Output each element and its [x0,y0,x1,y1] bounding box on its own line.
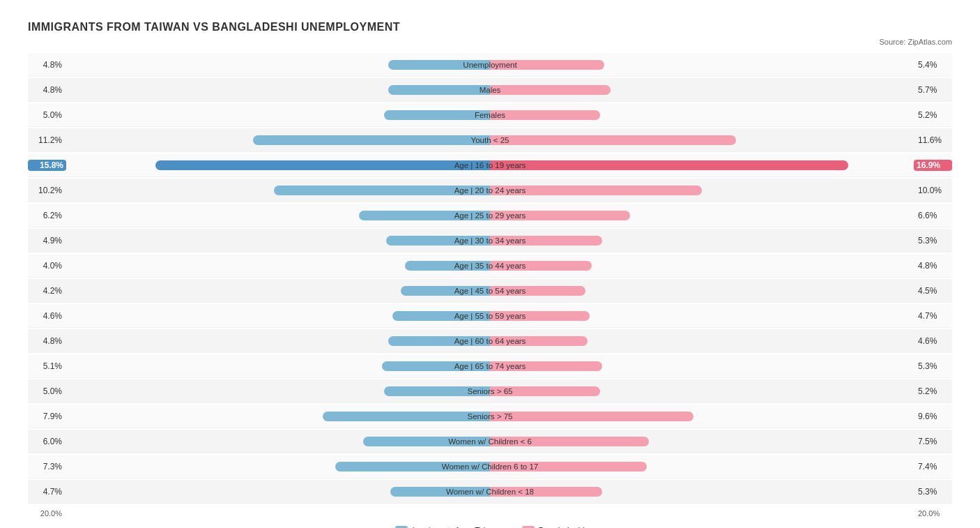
left-half [66,286,490,296]
right-bar [490,412,694,421]
bar-row-left [66,487,914,497]
left-value: 4.6% [28,311,66,321]
chart-title: IMMIGRANTS FROM TAIWAN VS BANGLADESHI UN… [28,21,952,33]
right-half [490,336,914,346]
left-half [66,135,490,145]
left-bar [335,462,490,472]
bar-row-left [66,261,914,271]
chart-row: 5.1% Age | 65 to 74 years 5.3% [28,354,952,378]
chart-row: 4.7% Women w/ Children < 18 5.3% [28,480,952,504]
bar-row-left [66,462,914,472]
left-half [66,236,490,246]
right-half [490,386,914,396]
right-bar [490,236,602,246]
right-bar [490,186,702,195]
chart-row: 7.3% Women w/ Children 6 to 17 7.4% [28,455,952,478]
right-value: 5.3% [914,361,952,371]
right-value: 11.6% [914,135,952,145]
right-value: 9.6% [914,412,952,421]
left-value: 4.8% [28,336,66,346]
bar-row-left [66,135,914,145]
left-half [66,160,490,170]
bar-section: Age | 25 to 29 years [66,210,914,221]
bar-row-left [66,437,914,446]
right-half [490,286,914,296]
left-bar [155,160,490,170]
left-bar [274,186,490,195]
left-value: 5.1% [28,361,66,371]
chart-row: 4.8% Unemployment 5.4% [28,53,952,77]
left-value: 4.7% [28,487,66,497]
left-bar [384,386,490,396]
left-bar [401,286,490,296]
bar-row-left [66,160,914,170]
bar-section: Age | 65 to 74 years [66,361,914,372]
left-bar [388,85,490,95]
chart-row: 4.9% Age | 30 to 34 years 5.3% [28,229,952,252]
right-value: 10.0% [914,186,952,195]
right-bar [490,462,647,472]
bar-section: Women w/ Children < 18 [66,486,914,497]
right-bar [490,60,604,70]
right-half [490,261,914,271]
left-bar [388,336,490,346]
right-value: 4.6% [914,336,952,346]
left-bar [405,261,490,271]
right-half [490,211,914,220]
right-value: 6.6% [914,211,952,220]
right-value: 16.9% [914,160,952,171]
right-value: 5.7% [914,85,952,95]
left-half [66,412,490,421]
right-bar [490,261,592,271]
left-value: 4.2% [28,286,66,296]
right-value: 4.8% [914,261,952,271]
right-half [490,236,914,246]
left-half [66,85,490,95]
bar-row-left [66,361,914,371]
left-half [66,487,490,497]
right-half [490,412,914,421]
left-half [66,311,490,321]
right-bar [490,85,611,95]
chart-row: 5.0% Females 5.2% [28,103,952,127]
bar-section: Women w/ Children 6 to 17 [66,461,914,472]
bar-section: Age | 35 to 44 years [66,260,914,271]
right-bar [490,361,602,371]
left-bar [390,487,490,497]
right-value: 4.7% [914,311,952,321]
right-value: 5.2% [914,386,952,396]
right-value: 5.2% [914,110,952,120]
chart-row: 4.6% Age | 55 to 59 years 4.7% [28,304,952,328]
chart-row: 4.2% Age | 45 to 54 years 4.5% [28,279,952,303]
bar-section: Seniors > 65 [66,386,914,397]
right-bar [490,487,602,497]
left-value: 4.8% [28,85,66,95]
right-bar [490,135,736,145]
left-value: 4.8% [28,60,66,70]
left-value: 7.9% [28,412,66,421]
right-value: 5.4% [914,60,952,70]
bar-section: Age | 30 to 34 years [66,235,914,246]
chart-row: 11.2% Youth < 25 11.6% [28,128,952,152]
axis-left-label: 20.0% [28,509,66,518]
left-half [66,110,490,120]
left-value: 7.3% [28,462,66,472]
left-half [66,186,490,195]
left-value: 10.2% [28,186,66,195]
right-bar [490,311,590,321]
right-bar [490,110,600,120]
chart-row: 5.0% Seniors > 65 5.2% [28,379,952,403]
bar-section: Age | 20 to 24 years [66,185,914,196]
left-bar [382,361,490,371]
left-bar [323,412,490,421]
right-half [490,311,914,321]
left-bar [359,211,490,220]
right-half [490,85,914,95]
left-value: 15.8% [28,160,66,171]
bar-row-left [66,110,914,120]
right-bar [490,336,588,346]
bar-section: Age | 16 to 19 years [66,160,914,171]
right-value: 4.5% [914,286,952,296]
right-half [490,462,914,472]
bar-row-left [66,60,914,70]
